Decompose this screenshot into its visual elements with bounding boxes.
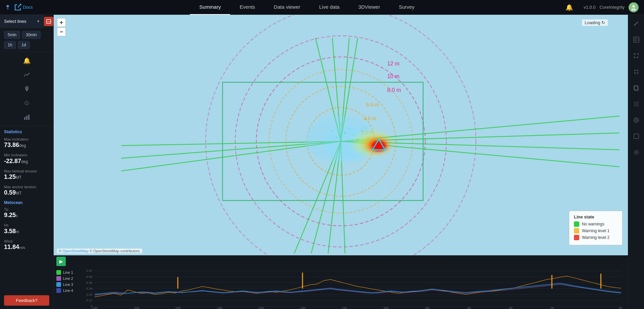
target-icon[interactable]: ⊙ <box>22 98 32 108</box>
svg-point-44 <box>353 134 354 136</box>
tab-3dviewer[interactable]: 3DViewer <box>349 0 389 15</box>
app-version: v1.0.0 <box>584 5 595 10</box>
edit-icon <box>633 20 639 27</box>
line1-color <box>56 270 61 275</box>
zoom-out-button[interactable]: − <box>57 28 66 36</box>
svg-point-50 <box>361 130 363 132</box>
map-attribution: © OpenStreetMap © OpenStreetMap contribu… <box>57 249 142 253</box>
user-avatar[interactable] <box>629 2 639 12</box>
line2-color <box>56 276 61 281</box>
notification-bell[interactable]: 🔔 <box>560 4 578 11</box>
map-marker-icon <box>23 86 30 92</box>
map-zoom-controls: + − <box>57 18 66 36</box>
center-content: + − Loading ↻ 12 m <box>54 15 628 309</box>
zoom-in-button[interactable]: + <box>57 18 66 27</box>
svg-point-0 <box>6 5 9 7</box>
legend-label-warning1: Warning level 1 <box>582 228 609 233</box>
svg-point-98 <box>637 105 638 106</box>
line1-label: Line 1 <box>63 270 73 274</box>
nav-tabs: Summary Events Data viewer Live data 3DV… <box>54 0 560 15</box>
svg-rect-84 <box>634 37 639 42</box>
svg-text:8.0 m: 8.0 m <box>387 87 401 93</box>
svg-text:0.22: 0.22 <box>87 293 93 296</box>
tab-events[interactable]: Events <box>230 0 264 15</box>
chart-legend-line1: Line 1 <box>56 270 78 275</box>
osm-link[interactable]: OpenStreetMap <box>62 249 89 253</box>
clipboard-icon <box>633 85 639 91</box>
svg-text:0.11: 0.11 <box>87 299 93 302</box>
square-icon[interactable] <box>631 131 642 142</box>
export-button[interactable]: PDF <box>44 17 53 26</box>
svg-point-99 <box>634 118 639 122</box>
chart-body: Line 1 Line 2 Line 3 Line 4 <box>54 267 628 309</box>
chart-area: ▶ Line 1 Line 2 Line 3 <box>54 255 628 309</box>
bar-icon <box>23 114 30 120</box>
box-icon <box>633 133 639 139</box>
stat-max-anchor-label: Max anchor tension <box>4 185 49 189</box>
tab-live-data[interactable]: Live data <box>310 0 349 15</box>
legend-color-red <box>574 235 579 240</box>
svg-text:-12h: -12h <box>341 306 347 309</box>
chart-legend-line4: Line 4 <box>56 288 78 293</box>
chart-play-button[interactable]: ▶ <box>56 257 66 266</box>
line-chart-icon <box>23 71 30 78</box>
feedback-button[interactable]: Feedback? <box>4 295 49 306</box>
fullscreen-icon <box>633 53 639 59</box>
svg-text:-20h: -20h <box>175 306 181 309</box>
svg-text:-8h: -8h <box>425 306 429 309</box>
copy-icon[interactable] <box>631 83 642 93</box>
table-icon[interactable] <box>631 34 642 45</box>
stat-max-anchor: Max anchor tension 0.59MT <box>4 185 49 196</box>
top-nav: Docs Summary Events Data viewer Live dat… <box>0 0 644 15</box>
nav-right: v1.0.0 CoreIntegrity <box>578 2 644 12</box>
line2-label: Line 2 <box>63 276 73 280</box>
svg-text:-18h: -18h <box>216 306 222 309</box>
legend-item-warning1: Warning level 1 <box>574 228 618 234</box>
stat-min-inclination: Min inclination -22.87deg <box>4 153 49 164</box>
stat-min-inclination-label: Min inclination <box>4 153 49 157</box>
settings-icon[interactable] <box>631 147 642 158</box>
stat-wind-value: 11.84m/s <box>4 244 49 251</box>
circle-target-icon <box>633 117 639 123</box>
target-circle-icon[interactable] <box>631 115 642 125</box>
chart-line-icon[interactable] <box>22 70 32 80</box>
metocean-title: Metocean <box>4 200 49 205</box>
svg-point-93 <box>634 104 635 105</box>
stat-max-fairlead-label: Max fairlead tension <box>4 169 49 173</box>
svg-point-100 <box>635 119 637 121</box>
tab-data-viewer[interactable]: Data viewer <box>264 0 310 15</box>
svg-text:0.45: 0.45 <box>87 281 93 284</box>
bar-chart-icon[interactable] <box>22 112 32 122</box>
main-area: Select lines ▼ PDF 5min 30min 1h 1d 🔔 <box>0 15 644 309</box>
stat-max-inclination: Max inclination 73.86deg <box>4 137 49 149</box>
svg-rect-7 <box>28 115 30 120</box>
bell-icon[interactable]: 🔔 <box>22 56 32 65</box>
chart-header: ▶ <box>54 255 628 267</box>
time-30min[interactable]: 30min <box>22 31 41 39</box>
legend-item-no-warnings: No warnings <box>574 221 618 227</box>
time-1d[interactable]: 1d <box>18 41 30 49</box>
chevron-down-icon: ▼ <box>37 19 40 23</box>
stat-max-inclination-label: Max inclination <box>4 137 49 142</box>
tab-summary[interactable]: Summary <box>190 0 230 15</box>
svg-point-94 <box>636 104 637 105</box>
svg-point-47 <box>331 130 333 132</box>
svg-point-45 <box>357 138 359 140</box>
stat-min-inclination-value: -22.87deg <box>4 158 49 165</box>
pencil-icon[interactable] <box>631 18 642 29</box>
shrink-icon[interactable] <box>631 66 642 77</box>
svg-point-1 <box>632 5 635 8</box>
map-icon[interactable] <box>22 84 32 94</box>
legend-label-no-warnings: No warnings <box>582 222 604 226</box>
line4-color <box>56 288 61 293</box>
expand-icon[interactable] <box>631 50 642 61</box>
tab-survey[interactable]: Survey <box>389 0 424 15</box>
svg-text:-24h: -24h <box>92 306 98 309</box>
docs-link[interactable]: Docs <box>14 4 33 11</box>
time-5min[interactable]: 5min <box>4 31 20 39</box>
dots-grid-icon[interactable] <box>631 99 642 109</box>
select-lines-dropdown[interactable]: Select lines ▼ <box>0 15 44 28</box>
time-1h[interactable]: 1h <box>4 41 16 49</box>
svg-text:-4h: -4h <box>508 306 513 309</box>
map-area[interactable]: + − Loading ↻ 12 m <box>54 15 628 255</box>
